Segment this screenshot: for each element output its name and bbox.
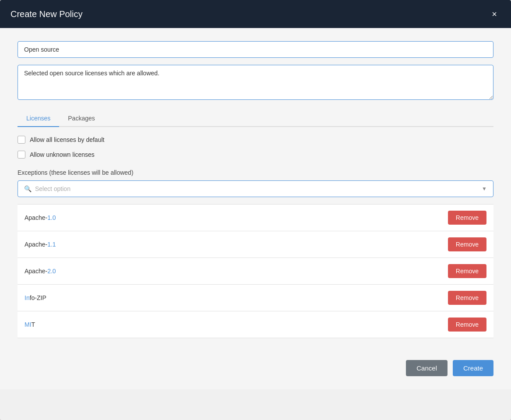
modal-body: Selected open source licenses which are … xyxy=(0,28,511,351)
license-name-apache11: Apache-1.1 xyxy=(25,241,56,248)
create-button[interactable]: Create xyxy=(453,360,493,376)
allow-unknown-licenses-row: Allow unknown licenses xyxy=(18,151,493,159)
select-option-dropdown[interactable]: 🔍 Select option ▼ xyxy=(18,180,493,197)
table-row: Info-ZIP Remove xyxy=(18,285,493,311)
license-list: Apache-1.0 Remove Apache-1.1 Remove Apac… xyxy=(18,204,493,338)
allow-all-licenses-checkbox[interactable] xyxy=(18,136,25,144)
exceptions-label: Exceptions (these licenses will be allow… xyxy=(18,169,493,176)
table-row: Apache-2.0 Remove xyxy=(18,258,493,285)
search-icon: 🔍 xyxy=(24,185,32,192)
cancel-button[interactable]: Cancel xyxy=(406,360,448,376)
close-button[interactable]: × xyxy=(488,8,500,20)
remove-button-mit[interactable]: Remove xyxy=(448,318,486,332)
license-name-mit: MIT xyxy=(25,321,35,328)
allow-all-licenses-row: Allow all licenses by default xyxy=(18,136,493,144)
tab-packages[interactable]: Packages xyxy=(59,110,103,127)
allow-all-licenses-label: Allow all licenses by default xyxy=(30,136,104,143)
license-name-apache20: Apache-2.0 xyxy=(25,268,56,275)
remove-button-apache10[interactable]: Remove xyxy=(448,211,486,225)
license-name-infozip: Info-ZIP xyxy=(25,294,46,301)
select-placeholder: Select option xyxy=(35,185,70,192)
allow-unknown-licenses-checkbox[interactable] xyxy=(18,151,25,159)
table-row: Apache-1.0 Remove xyxy=(18,205,493,231)
license-name-apache10: Apache-1.0 xyxy=(25,214,56,221)
table-row: Apache-1.1 Remove xyxy=(18,231,493,258)
create-policy-modal: Create New Policy × Selected open source… xyxy=(0,0,511,420)
modal-title: Create New Policy xyxy=(11,9,83,19)
policy-name-input[interactable] xyxy=(18,41,493,58)
remove-button-infozip[interactable]: Remove xyxy=(448,291,486,305)
table-row: MIT Remove xyxy=(18,311,493,338)
allow-unknown-licenses-label: Allow unknown licenses xyxy=(30,151,95,158)
tab-bar: Licenses Packages xyxy=(18,110,493,127)
modal-footer: Cancel Create xyxy=(0,351,511,389)
remove-button-apache11[interactable]: Remove xyxy=(448,237,486,251)
modal-header: Create New Policy × xyxy=(0,0,511,28)
tab-licenses[interactable]: Licenses xyxy=(18,110,59,127)
chevron-down-icon: ▼ xyxy=(482,186,487,192)
remove-button-apache20[interactable]: Remove xyxy=(448,264,486,278)
policy-description-input[interactable]: Selected open source licenses which are … xyxy=(18,65,493,100)
exceptions-section: Exceptions (these licenses will be allow… xyxy=(18,169,493,338)
